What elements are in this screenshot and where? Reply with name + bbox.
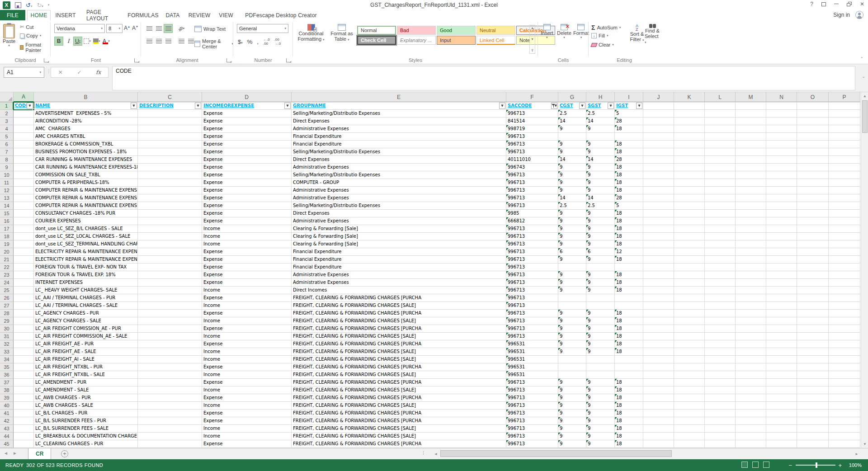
cell-O11[interactable] bbox=[797, 179, 829, 187]
clear-button[interactable]: Clear▾ bbox=[591, 42, 614, 47]
row-header-13[interactable]: 13 bbox=[0, 194, 14, 202]
cell-O26[interactable] bbox=[797, 294, 829, 302]
cell-A13[interactable] bbox=[14, 194, 34, 202]
cell-F27[interactable]: 996713 bbox=[506, 302, 558, 310]
fill-button[interactable]: ↓Fill▾ bbox=[591, 33, 609, 38]
filter-arrow-icon-H[interactable]: ▼ bbox=[608, 103, 614, 109]
column-header-I[interactable]: I bbox=[615, 92, 643, 102]
cell-E2[interactable]: Selling/Marketing/Distributio Expenses bbox=[292, 110, 506, 118]
cell-F16[interactable]: 666812 bbox=[506, 217, 558, 225]
cell-G29[interactable]: 9 bbox=[558, 317, 586, 325]
cell-A38[interactable] bbox=[14, 386, 34, 394]
cell-F12[interactable]: 996713 bbox=[506, 187, 558, 194]
cell-C27[interactable] bbox=[138, 302, 202, 310]
cell-O18[interactable] bbox=[797, 233, 829, 240]
cell-P15[interactable] bbox=[829, 210, 860, 217]
cell-B26[interactable]: LC_AAI / TERMINAL CHARGES - PUR bbox=[34, 294, 138, 302]
cell-I8[interactable]: 28 bbox=[615, 156, 643, 164]
cell-N31[interactable] bbox=[766, 333, 797, 340]
cell-I26[interactable] bbox=[615, 294, 643, 302]
cell-J39[interactable] bbox=[643, 394, 674, 402]
cell-I10[interactable]: 18 bbox=[615, 171, 643, 179]
cell-L44[interactable] bbox=[705, 433, 736, 440]
cell-H19[interactable]: 9 bbox=[586, 240, 615, 248]
fill-handle[interactable] bbox=[33, 108, 35, 111]
cell-P17[interactable] bbox=[829, 225, 860, 233]
cell-M16[interactable] bbox=[736, 217, 766, 225]
zoom-out-button[interactable]: − bbox=[788, 462, 792, 469]
cell-M36[interactable] bbox=[736, 371, 766, 379]
cell-K10[interactable] bbox=[674, 171, 705, 179]
cell-A20[interactable] bbox=[14, 248, 34, 256]
cell-I19[interactable]: 18 bbox=[615, 240, 643, 248]
cell-H2[interactable]: 2.5 bbox=[586, 110, 615, 118]
cell-J2[interactable] bbox=[643, 110, 674, 118]
underline-button[interactable]: U ▾ bbox=[73, 37, 82, 46]
cell-F32[interactable]: 996531 bbox=[506, 340, 558, 348]
cell-H32[interactable]: 9 bbox=[586, 340, 615, 348]
cell-L31[interactable] bbox=[705, 333, 736, 340]
cell-D3[interactable]: Expense bbox=[202, 118, 292, 125]
cell-N32[interactable] bbox=[766, 340, 797, 348]
cell-J9[interactable] bbox=[643, 164, 674, 171]
cell-C24[interactable] bbox=[138, 279, 202, 287]
cell-A14[interactable] bbox=[14, 202, 34, 210]
format-painter-button[interactable]: Format Painter bbox=[20, 42, 51, 53]
cell-K4[interactable] bbox=[674, 125, 705, 133]
cell-H39[interactable]: 9 bbox=[586, 394, 615, 402]
cell-A16[interactable] bbox=[14, 217, 34, 225]
cell-J12[interactable] bbox=[643, 187, 674, 194]
cell-N9[interactable] bbox=[766, 164, 797, 171]
cell-B1[interactable]: NAME▼ bbox=[34, 102, 138, 110]
cell-D17[interactable]: Income bbox=[202, 225, 292, 233]
cell-M17[interactable] bbox=[736, 225, 766, 233]
cell-N18[interactable] bbox=[766, 233, 797, 240]
cell-I40[interactable]: 18 bbox=[615, 402, 643, 410]
cell-F7[interactable]: 996713 bbox=[506, 148, 558, 156]
cell-L12[interactable] bbox=[705, 187, 736, 194]
row-header-17[interactable]: 17 bbox=[0, 225, 14, 233]
cell-O3[interactable] bbox=[797, 118, 829, 125]
cell-P24[interactable] bbox=[829, 279, 860, 287]
cell-J13[interactable] bbox=[643, 194, 674, 202]
cell-D27[interactable]: Income bbox=[202, 302, 292, 310]
cell-C12[interactable] bbox=[138, 187, 202, 194]
cell-N28[interactable] bbox=[766, 310, 797, 317]
cell-F11[interactable]: 996713 bbox=[506, 179, 558, 187]
cell-G42[interactable]: 9 bbox=[558, 417, 586, 425]
cell-F26[interactable]: 996713 bbox=[506, 294, 558, 302]
name-box[interactable]: A1▾ bbox=[4, 67, 44, 78]
cell-C2[interactable] bbox=[138, 110, 202, 118]
cell-E22[interactable]: Financial Expenditure bbox=[292, 264, 506, 271]
cell-A24[interactable] bbox=[14, 279, 34, 287]
cell-N1[interactable] bbox=[766, 102, 797, 110]
cell-M43[interactable] bbox=[736, 425, 766, 433]
style-normal[interactable]: Normal bbox=[357, 26, 396, 35]
cell-F41[interactable]: 996713 bbox=[506, 410, 558, 417]
row-header-30[interactable]: 30 bbox=[0, 325, 14, 333]
cell-P13[interactable] bbox=[829, 194, 860, 202]
cell-H43[interactable]: 9 bbox=[586, 425, 615, 433]
paste-button[interactable]: Paste▾ bbox=[3, 24, 15, 47]
cell-C41[interactable] bbox=[138, 410, 202, 417]
cell-J7[interactable] bbox=[643, 148, 674, 156]
normal-view-button[interactable] bbox=[741, 462, 748, 468]
cell-L37[interactable] bbox=[705, 379, 736, 386]
cell-A26[interactable] bbox=[14, 294, 34, 302]
cell-L7[interactable] bbox=[705, 148, 736, 156]
cell-H10[interactable]: 9 bbox=[586, 171, 615, 179]
cell-C25[interactable] bbox=[138, 287, 202, 294]
cell-A15[interactable] bbox=[14, 210, 34, 217]
cell-M30[interactable] bbox=[736, 325, 766, 333]
cell-G35[interactable] bbox=[558, 363, 586, 371]
cell-N20[interactable] bbox=[766, 248, 797, 256]
cell-I29[interactable]: 18 bbox=[615, 317, 643, 325]
cell-I3[interactable]: 28 bbox=[615, 118, 643, 125]
cell-O17[interactable] bbox=[797, 225, 829, 233]
cell-M39[interactable] bbox=[736, 394, 766, 402]
cell-J31[interactable] bbox=[643, 333, 674, 340]
cell-M33[interactable] bbox=[736, 348, 766, 356]
cell-F20[interactable]: 996713 bbox=[506, 248, 558, 256]
cell-D20[interactable]: Expense bbox=[202, 248, 292, 256]
cell-I18[interactable]: 18 bbox=[615, 233, 643, 240]
